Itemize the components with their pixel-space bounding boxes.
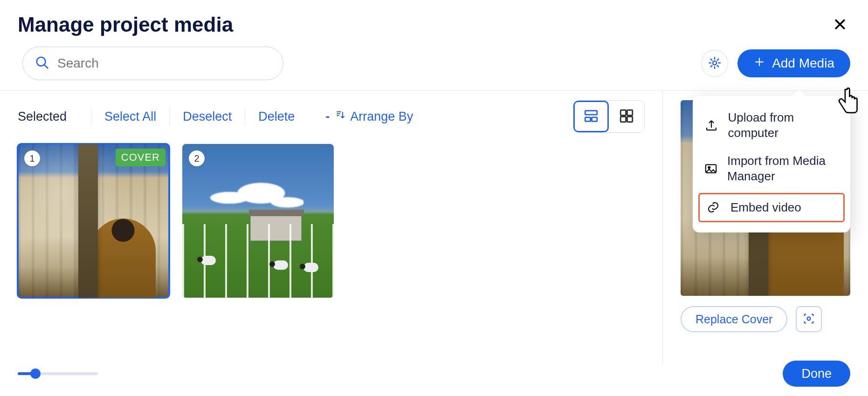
svg-rect-9 (627, 110, 632, 115)
modal-title: Manage project media (18, 13, 233, 36)
add-media-label: Add Media (772, 56, 834, 71)
pointer-cursor-icon (836, 86, 861, 120)
add-media-dropdown: Upload from computer Import from Media M… (693, 96, 850, 232)
toolbar: Add Media (0, 41, 868, 91)
svg-rect-6 (585, 117, 590, 121)
arrange-by-button[interactable]: - Arrange By (325, 109, 413, 124)
selection-bar: Selected Select All Deselect Delete - Ar… (18, 100, 645, 133)
media-card[interactable]: 1 COVER (18, 144, 169, 298)
replace-cover-button[interactable]: Replace Cover (681, 306, 787, 332)
card-index: 2 (189, 150, 205, 166)
dropdown-item-upload[interactable]: Upload from computer (693, 103, 850, 147)
delete-button[interactable]: Delete (255, 109, 297, 124)
zoom-slider[interactable] (18, 372, 98, 375)
svg-rect-11 (627, 116, 632, 122)
image-icon (704, 162, 718, 176)
svg-line-1 (44, 65, 48, 68)
dropdown-item-label: Import from Media Manager (727, 153, 839, 184)
svg-point-2 (713, 61, 716, 65)
svg-point-12 (807, 317, 811, 320)
modal-header: Manage project media ✕ (0, 0, 868, 41)
search-field[interactable] (22, 47, 283, 80)
crop-icon (802, 312, 815, 327)
upload-icon (704, 118, 719, 132)
deselect-button[interactable]: Deselect (180, 109, 234, 124)
svg-rect-10 (620, 116, 626, 122)
gear-icon (708, 56, 722, 71)
selected-label: Selected (18, 109, 81, 124)
media-manager-modal: Manage project media ✕ Add Media (0, 0, 868, 396)
close-button[interactable]: ✕ (830, 15, 850, 34)
settings-button[interactable] (701, 50, 728, 77)
gallery-panel: Selected Select All Deselect Delete - Ar… (0, 91, 663, 366)
row-view-icon (583, 108, 599, 125)
modal-footer: Done (0, 361, 868, 387)
card-index: 1 (24, 150, 40, 166)
svg-rect-5 (585, 110, 597, 115)
select-all-button[interactable]: Select All (102, 109, 159, 124)
row-view-button[interactable] (573, 101, 609, 132)
svg-rect-7 (592, 117, 597, 121)
grid-view-icon (619, 108, 634, 125)
search-icon (35, 55, 49, 71)
dropdown-item-import[interactable]: Import from Media Manager (693, 147, 850, 190)
slider-knob[interactable] (30, 369, 41, 379)
dropdown-item-embed[interactable]: Embed video (698, 193, 845, 222)
done-button[interactable]: Done (783, 361, 850, 387)
plus-icon (753, 56, 765, 71)
sort-icon (334, 109, 345, 124)
cover-badge: COVER (116, 149, 165, 166)
close-icon: ✕ (833, 15, 847, 34)
add-media-button[interactable]: Add Media (737, 49, 850, 77)
search-input[interactable] (56, 55, 271, 71)
dropdown-item-label: Upload from computer (728, 110, 839, 140)
link-icon (705, 200, 721, 214)
view-toggle (573, 100, 645, 133)
grid-view-button[interactable] (609, 101, 644, 132)
svg-rect-8 (620, 110, 626, 115)
media-grid: 1 COVER 2 (18, 144, 645, 298)
media-card[interactable]: 2 (182, 144, 334, 298)
crop-button[interactable] (796, 306, 822, 332)
arrange-by-label: Arrange By (350, 109, 413, 124)
dropdown-item-label: Embed video (730, 200, 801, 215)
svg-point-14 (708, 166, 710, 168)
